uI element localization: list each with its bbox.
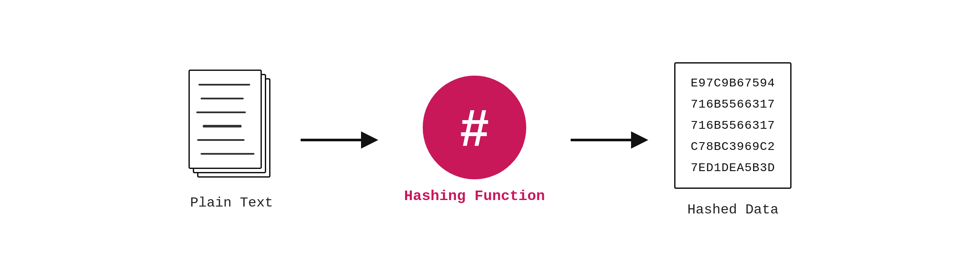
arrow-to-output — [571, 127, 648, 153]
doc-line-4 — [203, 125, 242, 127]
hashing-function-label: Hashing Function — [404, 188, 545, 204]
svg-marker-3 — [631, 131, 648, 149]
arrow-to-hash-svg — [301, 127, 378, 153]
doc-line-6 — [201, 153, 254, 155]
hash-value-5: 7ED1DEA5B3D — [691, 161, 775, 175]
doc-line-3 — [196, 111, 246, 113]
hash-circle: # — [423, 76, 526, 179]
document-page-front — [188, 70, 262, 169]
hash-value-2: 716B5566317 — [691, 98, 775, 111]
document-stack-visual — [188, 70, 275, 182]
hash-symbol: # — [460, 102, 489, 153]
hash-value-3: 716B5566317 — [691, 119, 775, 132]
doc-line-2 — [201, 98, 244, 99]
hash-value-4: C78BC3969C2 — [691, 140, 775, 153]
hashed-data-label: Hashed Data — [688, 202, 779, 218]
svg-marker-1 — [361, 131, 378, 149]
arrow-to-output-svg — [571, 127, 648, 153]
document-lines — [190, 71, 263, 170]
hash-value-1: E97C9B67594 — [691, 76, 775, 90]
hashing-function-section: # Hashing Function — [404, 76, 545, 204]
doc-line-1 — [198, 84, 250, 86]
plain-text-label: Plain Text — [190, 195, 273, 211]
plain-text-section: Plain Text — [188, 70, 275, 211]
hashed-data-section: E97C9B67594 716B5566317 716B5566317 C78B… — [674, 62, 792, 218]
hash-values-box: E97C9B67594 716B5566317 716B5566317 C78B… — [674, 62, 792, 189]
arrow-to-hash — [301, 127, 378, 153]
hashing-diagram: Plain Text # Hashing Function E97C9B6759… — [0, 62, 980, 218]
doc-line-5 — [197, 139, 245, 141]
